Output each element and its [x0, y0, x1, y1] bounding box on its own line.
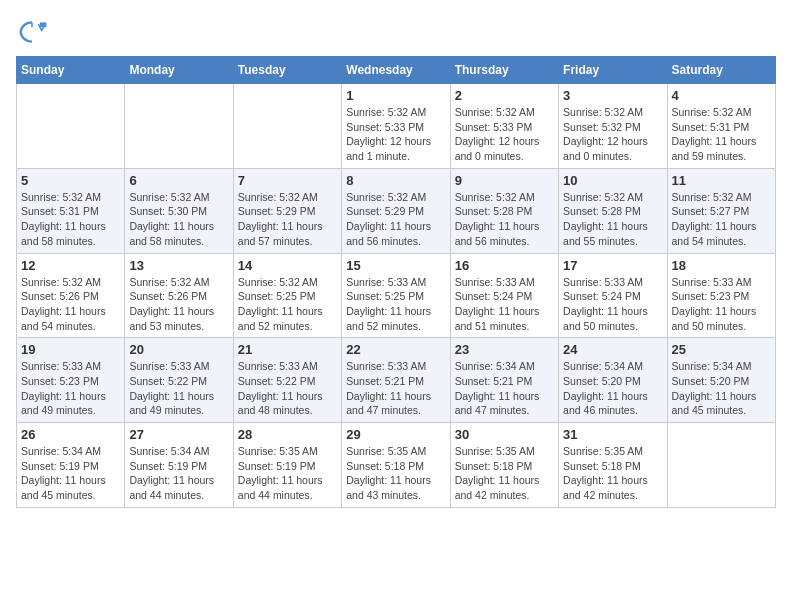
calendar-cell: 23Sunrise: 5:34 AM Sunset: 5:21 PM Dayli…: [450, 338, 558, 423]
day-number: 16: [455, 258, 554, 273]
logo: [16, 16, 52, 48]
page-header: [16, 16, 776, 48]
day-info: Sunrise: 5:34 AM Sunset: 5:20 PM Dayligh…: [563, 359, 662, 418]
day-number: 2: [455, 88, 554, 103]
day-number: 6: [129, 173, 228, 188]
calendar-cell: [17, 84, 125, 169]
day-number: 10: [563, 173, 662, 188]
day-number: 14: [238, 258, 337, 273]
day-info: Sunrise: 5:33 AM Sunset: 5:22 PM Dayligh…: [238, 359, 337, 418]
calendar-cell: 26Sunrise: 5:34 AM Sunset: 5:19 PM Dayli…: [17, 423, 125, 508]
calendar-cell: 3Sunrise: 5:32 AM Sunset: 5:32 PM Daylig…: [559, 84, 667, 169]
day-number: 4: [672, 88, 771, 103]
calendar-week-4: 19Sunrise: 5:33 AM Sunset: 5:23 PM Dayli…: [17, 338, 776, 423]
calendar-cell: 30Sunrise: 5:35 AM Sunset: 5:18 PM Dayli…: [450, 423, 558, 508]
day-info: Sunrise: 5:33 AM Sunset: 5:23 PM Dayligh…: [672, 275, 771, 334]
day-number: 27: [129, 427, 228, 442]
calendar-cell: 13Sunrise: 5:32 AM Sunset: 5:26 PM Dayli…: [125, 253, 233, 338]
day-number: 25: [672, 342, 771, 357]
day-info: Sunrise: 5:35 AM Sunset: 5:18 PM Dayligh…: [563, 444, 662, 503]
calendar-header-tuesday: Tuesday: [233, 57, 341, 84]
calendar-cell: 1Sunrise: 5:32 AM Sunset: 5:33 PM Daylig…: [342, 84, 450, 169]
day-number: 15: [346, 258, 445, 273]
day-number: 20: [129, 342, 228, 357]
day-info: Sunrise: 5:35 AM Sunset: 5:19 PM Dayligh…: [238, 444, 337, 503]
day-number: 12: [21, 258, 120, 273]
day-info: Sunrise: 5:32 AM Sunset: 5:27 PM Dayligh…: [672, 190, 771, 249]
day-info: Sunrise: 5:32 AM Sunset: 5:33 PM Dayligh…: [455, 105, 554, 164]
calendar-cell: 25Sunrise: 5:34 AM Sunset: 5:20 PM Dayli…: [667, 338, 775, 423]
day-number: 23: [455, 342, 554, 357]
day-info: Sunrise: 5:32 AM Sunset: 5:26 PM Dayligh…: [129, 275, 228, 334]
day-number: 24: [563, 342, 662, 357]
day-info: Sunrise: 5:35 AM Sunset: 5:18 PM Dayligh…: [455, 444, 554, 503]
day-info: Sunrise: 5:34 AM Sunset: 5:19 PM Dayligh…: [21, 444, 120, 503]
day-number: 29: [346, 427, 445, 442]
day-info: Sunrise: 5:32 AM Sunset: 5:32 PM Dayligh…: [563, 105, 662, 164]
calendar-cell: 11Sunrise: 5:32 AM Sunset: 5:27 PM Dayli…: [667, 168, 775, 253]
day-info: Sunrise: 5:32 AM Sunset: 5:31 PM Dayligh…: [21, 190, 120, 249]
day-info: Sunrise: 5:34 AM Sunset: 5:20 PM Dayligh…: [672, 359, 771, 418]
day-number: 5: [21, 173, 120, 188]
calendar-cell: 17Sunrise: 5:33 AM Sunset: 5:24 PM Dayli…: [559, 253, 667, 338]
day-info: Sunrise: 5:32 AM Sunset: 5:31 PM Dayligh…: [672, 105, 771, 164]
calendar-cell: 14Sunrise: 5:32 AM Sunset: 5:25 PM Dayli…: [233, 253, 341, 338]
calendar-cell: 7Sunrise: 5:32 AM Sunset: 5:29 PM Daylig…: [233, 168, 341, 253]
calendar-cell: 29Sunrise: 5:35 AM Sunset: 5:18 PM Dayli…: [342, 423, 450, 508]
calendar-cell: 31Sunrise: 5:35 AM Sunset: 5:18 PM Dayli…: [559, 423, 667, 508]
calendar-header-thursday: Thursday: [450, 57, 558, 84]
calendar-cell: 6Sunrise: 5:32 AM Sunset: 5:30 PM Daylig…: [125, 168, 233, 253]
day-number: 30: [455, 427, 554, 442]
day-number: 22: [346, 342, 445, 357]
day-info: Sunrise: 5:32 AM Sunset: 5:28 PM Dayligh…: [455, 190, 554, 249]
day-info: Sunrise: 5:33 AM Sunset: 5:21 PM Dayligh…: [346, 359, 445, 418]
day-info: Sunrise: 5:32 AM Sunset: 5:29 PM Dayligh…: [346, 190, 445, 249]
calendar-cell: 5Sunrise: 5:32 AM Sunset: 5:31 PM Daylig…: [17, 168, 125, 253]
calendar-cell: 21Sunrise: 5:33 AM Sunset: 5:22 PM Dayli…: [233, 338, 341, 423]
day-number: 1: [346, 88, 445, 103]
calendar-cell: 27Sunrise: 5:34 AM Sunset: 5:19 PM Dayli…: [125, 423, 233, 508]
calendar-cell: 9Sunrise: 5:32 AM Sunset: 5:28 PM Daylig…: [450, 168, 558, 253]
day-number: 8: [346, 173, 445, 188]
calendar-cell: 18Sunrise: 5:33 AM Sunset: 5:23 PM Dayli…: [667, 253, 775, 338]
calendar-header-wednesday: Wednesday: [342, 57, 450, 84]
day-info: Sunrise: 5:34 AM Sunset: 5:21 PM Dayligh…: [455, 359, 554, 418]
calendar-week-2: 5Sunrise: 5:32 AM Sunset: 5:31 PM Daylig…: [17, 168, 776, 253]
day-info: Sunrise: 5:32 AM Sunset: 5:25 PM Dayligh…: [238, 275, 337, 334]
calendar-cell: 16Sunrise: 5:33 AM Sunset: 5:24 PM Dayli…: [450, 253, 558, 338]
day-number: 26: [21, 427, 120, 442]
calendar-table: SundayMondayTuesdayWednesdayThursdayFrid…: [16, 56, 776, 508]
calendar-header-sunday: Sunday: [17, 57, 125, 84]
day-number: 18: [672, 258, 771, 273]
calendar-week-5: 26Sunrise: 5:34 AM Sunset: 5:19 PM Dayli…: [17, 423, 776, 508]
day-info: Sunrise: 5:32 AM Sunset: 5:26 PM Dayligh…: [21, 275, 120, 334]
day-number: 28: [238, 427, 337, 442]
day-number: 9: [455, 173, 554, 188]
day-number: 17: [563, 258, 662, 273]
calendar-cell: 12Sunrise: 5:32 AM Sunset: 5:26 PM Dayli…: [17, 253, 125, 338]
calendar-cell: 28Sunrise: 5:35 AM Sunset: 5:19 PM Dayli…: [233, 423, 341, 508]
calendar-cell: 10Sunrise: 5:32 AM Sunset: 5:28 PM Dayli…: [559, 168, 667, 253]
calendar-cell: 8Sunrise: 5:32 AM Sunset: 5:29 PM Daylig…: [342, 168, 450, 253]
calendar-week-1: 1Sunrise: 5:32 AM Sunset: 5:33 PM Daylig…: [17, 84, 776, 169]
calendar-header-friday: Friday: [559, 57, 667, 84]
calendar-cell: 22Sunrise: 5:33 AM Sunset: 5:21 PM Dayli…: [342, 338, 450, 423]
calendar-header-monday: Monday: [125, 57, 233, 84]
day-info: Sunrise: 5:32 AM Sunset: 5:29 PM Dayligh…: [238, 190, 337, 249]
day-number: 21: [238, 342, 337, 357]
day-info: Sunrise: 5:33 AM Sunset: 5:23 PM Dayligh…: [21, 359, 120, 418]
day-info: Sunrise: 5:35 AM Sunset: 5:18 PM Dayligh…: [346, 444, 445, 503]
day-number: 7: [238, 173, 337, 188]
calendar-header-row: SundayMondayTuesdayWednesdayThursdayFrid…: [17, 57, 776, 84]
calendar-header-saturday: Saturday: [667, 57, 775, 84]
calendar-cell: [667, 423, 775, 508]
day-info: Sunrise: 5:32 AM Sunset: 5:33 PM Dayligh…: [346, 105, 445, 164]
day-number: 13: [129, 258, 228, 273]
calendar-cell: [125, 84, 233, 169]
calendar-cell: 2Sunrise: 5:32 AM Sunset: 5:33 PM Daylig…: [450, 84, 558, 169]
calendar-cell: 15Sunrise: 5:33 AM Sunset: 5:25 PM Dayli…: [342, 253, 450, 338]
day-info: Sunrise: 5:33 AM Sunset: 5:24 PM Dayligh…: [455, 275, 554, 334]
calendar-cell: [233, 84, 341, 169]
day-info: Sunrise: 5:32 AM Sunset: 5:30 PM Dayligh…: [129, 190, 228, 249]
calendar-cell: 4Sunrise: 5:32 AM Sunset: 5:31 PM Daylig…: [667, 84, 775, 169]
